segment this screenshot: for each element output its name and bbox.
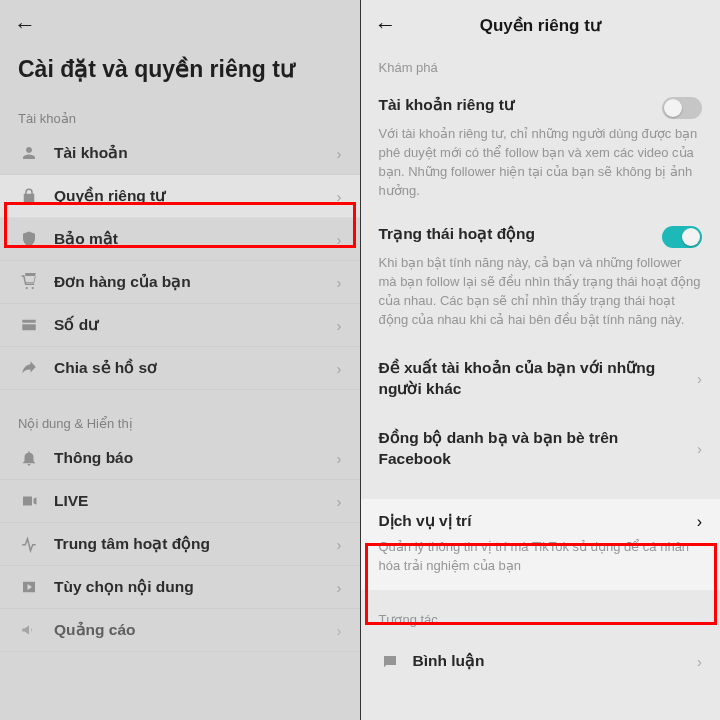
row-label: LIVE: [54, 492, 337, 510]
activity-status-title: Trạng thái hoạt động: [379, 224, 663, 245]
row-label: Chia sẻ hồ sơ: [54, 359, 337, 377]
row-label: Tài khoản: [54, 144, 337, 162]
activity-status-desc: Khi bạn bật tính năng này, cả bạn và nhữ…: [379, 254, 703, 329]
section-interact-label: Tương tác: [361, 590, 721, 637]
row-label: Bảo mật: [54, 230, 337, 248]
settings-panel: ← Cài đặt và quyền riêng tư Tài khoản Tà…: [0, 0, 361, 720]
row-label: Trung tâm hoạt động: [54, 535, 337, 553]
chevron-right-icon: ›: [337, 188, 342, 205]
shield-icon: [18, 230, 40, 248]
back-button[interactable]: ←: [14, 12, 36, 38]
spacer: [361, 483, 721, 499]
chevron-right-icon: ›: [337, 579, 342, 596]
person-icon: [18, 144, 40, 162]
row-content-pref[interactable]: Tùy chọn nội dung ›: [0, 566, 360, 609]
row-privacy[interactable]: Quyền riêng tư ›: [0, 175, 360, 218]
row-security[interactable]: Bảo mật ›: [0, 218, 360, 261]
topbar-left: ←: [0, 0, 360, 46]
live-icon: [18, 492, 40, 510]
activity-status-toggle[interactable]: [662, 226, 702, 248]
row-live[interactable]: LIVE ›: [0, 480, 360, 523]
row-account[interactable]: Tài khoản ›: [0, 132, 360, 175]
lock-icon: [18, 187, 40, 205]
comment-icon: [379, 653, 401, 671]
row-label: Số dư: [54, 316, 337, 334]
megaphone-icon: [18, 621, 40, 639]
chevron-right-icon: ›: [337, 536, 342, 553]
chevron-right-icon: ›: [697, 440, 702, 457]
suggest-title: Đề xuất tài khoản của bạn với những ngườ…: [379, 358, 690, 400]
sync-contacts-row[interactable]: Đồng bộ danh bạ và bạn bè trên Facebook …: [361, 414, 721, 484]
cart-icon: [18, 273, 40, 291]
chevron-right-icon: ›: [697, 513, 702, 531]
section-content-label: Nội dung & Hiển thị: [0, 408, 360, 437]
chevron-right-icon: ›: [337, 622, 342, 639]
section-account-label: Tài khoản: [0, 103, 360, 132]
private-account-block: Tài khoản riêng tư Với tài khoản riêng t…: [361, 85, 721, 214]
row-activity[interactable]: Trung tâm hoạt động ›: [0, 523, 360, 566]
comments-title: Bình luận: [413, 651, 690, 672]
activity-status-block: Trạng thái hoạt động Khi bạn bật tính nă…: [361, 214, 721, 343]
video-icon: [18, 578, 40, 596]
row-share[interactable]: Chia sẻ hồ sơ ›: [0, 347, 360, 390]
chevron-right-icon: ›: [697, 370, 702, 387]
row-label: Đơn hàng của bạn: [54, 273, 337, 291]
chevron-right-icon: ›: [337, 493, 342, 510]
page-title: Cài đặt và quyền riêng tư: [0, 46, 360, 103]
section-discover-label: Khám phá: [361, 46, 721, 85]
chevron-right-icon: ›: [337, 450, 342, 467]
chevron-right-icon: ›: [337, 145, 342, 162]
private-account-toggle[interactable]: [662, 97, 702, 119]
privacy-panel: ← Quyền riêng tư Khám phá Tài khoản riên…: [361, 0, 721, 720]
suggest-account-row[interactable]: Đề xuất tài khoản của bạn với những ngườ…: [361, 344, 721, 414]
private-account-desc: Với tài khoản riêng tư, chỉ những người …: [379, 125, 703, 200]
panel-title: Quyền riêng tư: [375, 15, 707, 36]
row-orders[interactable]: Đơn hàng của bạn ›: [0, 261, 360, 304]
chevron-right-icon: ›: [697, 653, 702, 670]
share-icon: [18, 359, 40, 377]
topbar-right: ← Quyền riêng tư: [361, 0, 721, 46]
bell-icon: [18, 449, 40, 467]
row-label: Tùy chọn nội dung: [54, 578, 337, 596]
activity-icon: [18, 535, 40, 553]
row-notifications[interactable]: Thông báo ›: [0, 437, 360, 480]
chevron-right-icon: ›: [337, 317, 342, 334]
chevron-right-icon: ›: [337, 360, 342, 377]
card-icon: [18, 316, 40, 334]
row-ads[interactable]: Quảng cáo ›: [0, 609, 360, 652]
comments-row[interactable]: Bình luận ›: [361, 637, 721, 686]
svg-point-1: [32, 287, 34, 289]
chevron-right-icon: ›: [337, 231, 342, 248]
chevron-right-icon: ›: [337, 274, 342, 291]
location-title: Dịch vụ vị trí: [379, 511, 697, 532]
row-label: Quảng cáo: [54, 621, 337, 639]
row-label: Quyền riêng tư: [54, 187, 337, 205]
private-account-title: Tài khoản riêng tư: [379, 95, 663, 116]
location-desc: Quản lý thông tin vị trí mà TikTok sử dụ…: [379, 538, 703, 576]
sync-title: Đồng bộ danh bạ và bạn bè trên Facebook: [379, 428, 690, 470]
row-label: Thông báo: [54, 449, 337, 467]
location-services-row[interactable]: Dịch vụ vị trí › Quản lý thông tin vị tr…: [361, 499, 721, 590]
row-balance[interactable]: Số dư ›: [0, 304, 360, 347]
svg-point-0: [26, 287, 28, 289]
